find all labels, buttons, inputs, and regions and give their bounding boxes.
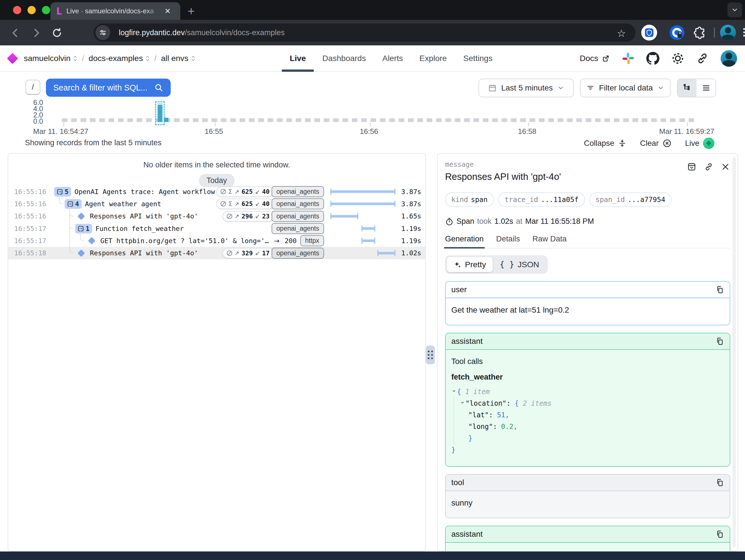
- copy-icon[interactable]: [715, 337, 724, 345]
- live-status-icon: [703, 137, 714, 149]
- scope-tag[interactable]: openai_agents: [271, 198, 324, 209]
- live-button[interactable]: Live: [685, 137, 714, 149]
- timeline-bar-main[interactable]: [158, 105, 162, 122]
- maximize-window-button[interactable]: [42, 6, 50, 14]
- close-panel-icon[interactable]: [721, 162, 730, 171]
- filter-dropdown[interactable]: Filter local data: [580, 79, 671, 97]
- tree-view-button[interactable]: [678, 79, 697, 97]
- list-view-button[interactable]: [697, 79, 715, 97]
- browser-profile-avatar[interactable]: [720, 25, 736, 40]
- forward-icon[interactable]: [30, 27, 42, 39]
- env-selector[interactable]: all envs: [161, 54, 195, 63]
- browser-tab[interactable]: L Live · samuelcolvin/docs-exa: [51, 2, 180, 20]
- copy-icon[interactable]: [715, 478, 724, 487]
- duration-bar-track: [330, 201, 395, 207]
- collapse-node-icon[interactable]: [449, 389, 460, 395]
- tokens-icon: [221, 189, 226, 194]
- url-text[interactable]: logfire.pydantic.dev/samuelcolvin/docs-e…: [119, 28, 285, 37]
- role-label: tool: [451, 478, 464, 487]
- input-tokens-arrow-icon: [234, 188, 239, 195]
- share-link-icon[interactable]: [696, 52, 709, 65]
- password-manager-extension-icon[interactable]: [669, 25, 685, 40]
- extensions-puzzle-icon[interactable]: [693, 26, 707, 40]
- tab-generation[interactable]: Generation: [445, 234, 484, 248]
- back-icon[interactable]: [10, 27, 22, 39]
- token-usage-badge: 29623: [223, 211, 274, 222]
- browser-menu-icon[interactable]: [739, 26, 745, 39]
- docs-link[interactable]: Docs: [580, 54, 610, 63]
- tab-live[interactable]: Live: [290, 45, 306, 71]
- panel-resize-handle[interactable]: [426, 345, 435, 364]
- trace-row-selected[interactable]: 16:55:18 Responses API with 'gpt-4o' 329…: [8, 247, 425, 259]
- minimize-window-button[interactable]: [28, 6, 36, 14]
- archive-span-icon[interactable]: [687, 162, 696, 172]
- tree-connector: [59, 191, 63, 204]
- user-avatar[interactable]: [721, 50, 737, 67]
- scope-tag[interactable]: httpx: [300, 235, 324, 246]
- tab-search-button[interactable]: [727, 3, 742, 17]
- address-bar[interactable]: logfire.pydantic.dev/samuelcolvin/docs-e…: [94, 24, 636, 42]
- timeline-bar-small[interactable]: [164, 118, 168, 122]
- filter-label: Filter local data: [599, 84, 653, 92]
- logfire-logo-icon[interactable]: [7, 53, 18, 64]
- tab-dashboards[interactable]: Dashboards: [322, 45, 366, 71]
- detail-panel-scrollbar[interactable]: [733, 157, 736, 548]
- org-selector[interactable]: samuelcolvin: [24, 54, 77, 63]
- span-id-badge[interactable]: span_id...a77954: [589, 192, 672, 207]
- toolbar-divider: [714, 28, 715, 38]
- search-label: Search & filter with SQL...: [53, 83, 154, 92]
- tab-settings[interactable]: Settings: [463, 45, 492, 71]
- message-text: sunny: [446, 491, 730, 518]
- row-timestamp: 16:55:16: [14, 188, 44, 196]
- new-tab-button[interactable]: [188, 4, 195, 18]
- scope-tag[interactable]: openai_agents: [271, 248, 324, 259]
- site-settings-icon[interactable]: [96, 25, 110, 40]
- slack-icon[interactable]: [622, 52, 635, 65]
- sort-chevrons-icon: [191, 55, 195, 62]
- bookmark-star-icon[interactable]: [617, 28, 626, 39]
- tab-details[interactable]: Details: [496, 234, 520, 248]
- org-name: samuelcolvin: [24, 54, 71, 63]
- tool-name: fetch_weather: [451, 373, 724, 381]
- tab-raw-data[interactable]: Raw Data: [532, 234, 567, 248]
- tab-explore[interactable]: Explore: [420, 45, 447, 71]
- collapse-button[interactable]: Collapse: [584, 139, 626, 148]
- token-usage-badge: 32917: [223, 248, 274, 258]
- project-selector[interactable]: docs-examples: [89, 54, 150, 63]
- scope-tag[interactable]: openai_agents: [271, 186, 324, 197]
- span-duration: 1.02s: [401, 249, 421, 257]
- copy-link-icon[interactable]: [704, 162, 713, 172]
- records-timeline-chart[interactable]: 6.0 4.0 2.0 0.0 Mar 11. 16:54:27 16:55 1…: [0, 96, 745, 135]
- duration-bar-track: [330, 189, 395, 195]
- github-icon[interactable]: [646, 52, 659, 65]
- copy-icon[interactable]: [715, 530, 724, 538]
- tab-close-icon[interactable]: [164, 7, 171, 15]
- bitwarden-extension-icon[interactable]: [641, 25, 657, 40]
- close-window-button[interactable]: [13, 6, 21, 14]
- input-tokens-arrow-icon: [234, 250, 239, 256]
- search-button[interactable]: Search & filter with SQL...: [46, 79, 171, 97]
- window-controls[interactable]: [13, 6, 50, 14]
- x-tick-mark: [687, 123, 688, 126]
- scope-tag[interactable]: openai_agents: [271, 223, 324, 234]
- project-name: docs-examples: [89, 54, 143, 63]
- collapse-node-icon[interactable]: [457, 401, 468, 407]
- logfire-favicon: L: [56, 5, 62, 17]
- copy-icon[interactable]: [715, 285, 724, 294]
- span-name: GET httpbin.org/get ? lat='51.0' & long=…: [100, 237, 269, 245]
- duration-bar-track: [330, 225, 395, 231]
- theme-toggle-sun-icon[interactable]: [671, 52, 684, 65]
- clear-button[interactable]: Clear: [640, 139, 672, 148]
- pretty-toggle-button[interactable]: Pretty: [447, 257, 493, 272]
- tree-view-icon: [683, 84, 691, 92]
- trace-row[interactable]: 16:55:16 5 OpenAI Agents trace: Agent wo…: [8, 186, 425, 198]
- browser-titlebar: L Live · samuelcolvin/docs-exa: [0, 0, 745, 20]
- tab-alerts[interactable]: Alerts: [382, 45, 403, 71]
- json-toggle-button[interactable]: { }JSON: [493, 257, 546, 272]
- browser-toolbar: logfire.pydantic.dev/samuelcolvin/docs-e…: [0, 20, 745, 45]
- time-range-dropdown[interactable]: Last 5 minutes: [479, 79, 574, 97]
- reload-icon[interactable]: [51, 27, 63, 39]
- span-count: 1: [86, 225, 90, 232]
- scope-tag[interactable]: openai_agents: [271, 211, 324, 222]
- trace-id-badge[interactable]: trace_id...11a05f: [498, 192, 585, 207]
